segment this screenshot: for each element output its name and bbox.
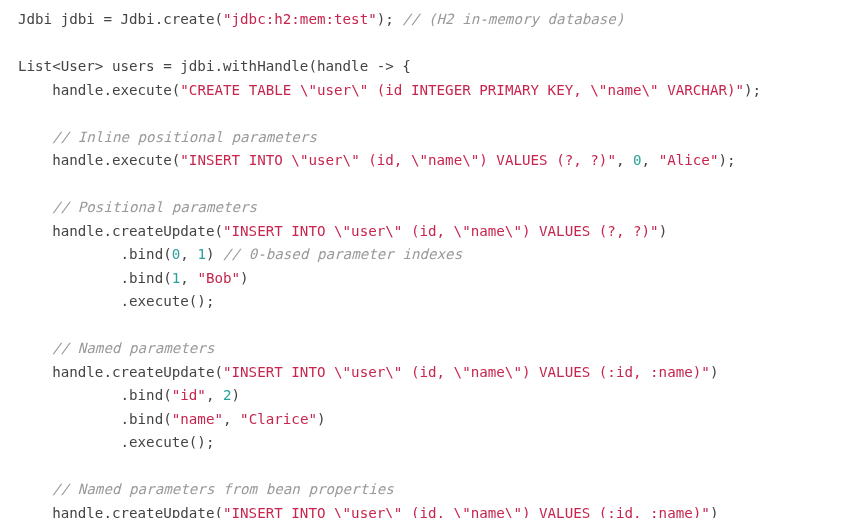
number-literal: 0 [633, 152, 642, 168]
code-line-10: handle.createUpdate("INSERT INTO \"user\… [18, 223, 667, 239]
string-literal: "CREATE TABLE \"user\" (id INTEGER PRIMA… [180, 82, 744, 98]
code-line-15: // Named parameters [18, 340, 214, 356]
number-literal: 1 [172, 270, 181, 286]
code-text: ) [710, 364, 719, 380]
string-literal: "Alice" [659, 152, 719, 168]
code-text: ); [718, 152, 735, 168]
comment: // 0-based parameter indexes [223, 246, 462, 262]
code-text: handle.createUpdate( [18, 223, 223, 239]
code-text: , [616, 152, 633, 168]
code-text: ); [744, 82, 761, 98]
code-line-21: // Named parameters from bean properties [18, 481, 394, 497]
number-literal: 0 [172, 246, 181, 262]
string-literal: "Bob" [197, 270, 240, 286]
code-text: ) [659, 223, 668, 239]
comment: // Named parameters [18, 340, 214, 356]
code-text: handle.createUpdate( [18, 505, 223, 519]
code-line-12: .bind(1, "Bob") [18, 270, 249, 286]
code-text: ) [232, 387, 241, 403]
code-text: Jdbi jdbi = Jdbi.create( [18, 11, 223, 27]
code-block: Jdbi jdbi = Jdbi.create("jdbc:h2:mem:tes… [0, 0, 855, 518]
comment: // Inline positional parameters [18, 129, 317, 145]
string-literal: "jdbc:h2:mem:test" [223, 11, 377, 27]
code-line-19: .execute(); [18, 434, 214, 450]
comment: // (H2 in-memory database) [402, 11, 624, 27]
code-text: , [180, 246, 197, 262]
string-literal: "name" [172, 411, 223, 427]
code-text: handle.execute( [18, 152, 180, 168]
code-line-11: .bind(0, 1) // 0-based parameter indexes [18, 246, 462, 262]
string-literal: "INSERT INTO \"user\" (id, \"name\") VAL… [223, 223, 659, 239]
comment: // Positional parameters [18, 199, 257, 215]
code-text: , [206, 387, 223, 403]
code-line-16: handle.createUpdate("INSERT INTO \"user\… [18, 364, 718, 380]
code-text: .bind( [18, 387, 172, 403]
code-line-4: handle.execute("CREATE TABLE \"user\" (i… [18, 82, 761, 98]
code-line-18: .bind("name", "Clarice") [18, 411, 326, 427]
code-text: .execute(); [18, 293, 214, 309]
code-line-17: .bind("id", 2) [18, 387, 240, 403]
code-text: .bind( [18, 246, 172, 262]
code-line-9: // Positional parameters [18, 199, 257, 215]
code-text: .bind( [18, 411, 172, 427]
code-line-13: .execute(); [18, 293, 214, 309]
code-text: ) [317, 411, 326, 427]
code-text: , [223, 411, 240, 427]
code-text: ) [206, 246, 223, 262]
code-text: ) [710, 505, 719, 519]
code-text: .bind( [18, 270, 172, 286]
code-text: ) [240, 270, 249, 286]
code-line-7: handle.execute("INSERT INTO \"user\" (id… [18, 152, 736, 168]
number-literal: 1 [197, 246, 206, 262]
code-text: ); [377, 11, 403, 27]
string-literal: "INSERT INTO \"user\" (id, \"name\") VAL… [223, 364, 710, 380]
code-line-22: handle.createUpdate("INSERT INTO \"user\… [18, 505, 718, 519]
string-literal: "Clarice" [240, 411, 317, 427]
number-literal: 2 [223, 387, 232, 403]
code-text: List<User> users = jdbi.withHandle(handl… [18, 58, 411, 74]
code-text: , [180, 270, 197, 286]
code-text: .execute(); [18, 434, 214, 450]
code-text: handle.createUpdate( [18, 364, 223, 380]
string-literal: "id" [172, 387, 206, 403]
code-text: , [642, 152, 659, 168]
code-line-1: Jdbi jdbi = Jdbi.create("jdbc:h2:mem:tes… [18, 11, 624, 27]
string-literal: "INSERT INTO \"user\" (id, \"name\") VAL… [180, 152, 616, 168]
string-literal: "INSERT INTO \"user\" (id, \"name\") VAL… [223, 505, 710, 519]
code-line-6: // Inline positional parameters [18, 129, 317, 145]
comment: // Named parameters from bean properties [18, 481, 394, 497]
code-text: handle.execute( [18, 82, 180, 98]
code-line-3: List<User> users = jdbi.withHandle(handl… [18, 58, 411, 74]
